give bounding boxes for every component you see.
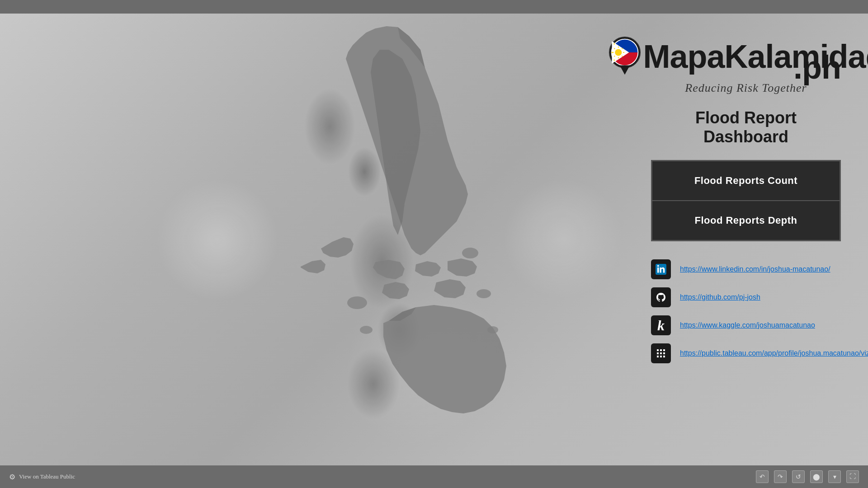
- svg-rect-28: [657, 356, 659, 357]
- svg-point-3: [360, 326, 373, 334]
- svg-rect-30: [663, 356, 665, 357]
- nav-buttons: Flood Reports Count Flood Reports Depth: [651, 160, 841, 241]
- brand-domain: .ph: [793, 49, 841, 86]
- tableau-icon: [651, 343, 671, 363]
- svg-rect-23: [660, 349, 662, 351]
- svg-text:★: ★: [613, 42, 616, 45]
- github-item: https://github.com/pj-josh: [651, 287, 841, 307]
- more-button[interactable]: ▾: [828, 470, 841, 483]
- flood-reports-depth-button[interactable]: Flood Reports Depth: [651, 201, 841, 241]
- svg-text:★: ★: [613, 59, 616, 61]
- reset-button[interactable]: ↺: [792, 470, 805, 483]
- undo-button[interactable]: ↶: [756, 470, 769, 483]
- brand-logo: ★ ★ ★: [607, 36, 643, 77]
- bottom-bar: ⚙ View on Tableau Public ↶ ↷ ↺ ⬤ ▾ ⛶: [0, 465, 868, 488]
- svg-rect-26: [660, 352, 662, 354]
- svg-rect-25: [657, 352, 659, 354]
- main-content: ★ ★ ★ MapaKalamidad Reducing Risk Togeth…: [0, 14, 868, 465]
- social-links: https://www.linkedin.com/in/joshua-macat…: [651, 259, 841, 363]
- linkedin-item: https://www.linkedin.com/in/joshua-macat…: [651, 259, 841, 279]
- svg-point-7: [615, 49, 622, 56]
- fullscreen-button[interactable]: ⛶: [846, 470, 859, 483]
- svg-point-1: [347, 296, 367, 309]
- svg-point-4: [487, 326, 498, 333]
- tableau-item: https://public.tableau.com/app/profile/j…: [651, 343, 841, 363]
- linkedin-icon: [651, 259, 671, 279]
- redo-button[interactable]: ↷: [774, 470, 787, 483]
- svg-rect-24: [663, 349, 665, 351]
- tableau-public-label: ⚙ View on Tableau Public: [9, 473, 75, 481]
- tableau-link[interactable]: https://public.tableau.com/app/profile/j…: [680, 349, 868, 357]
- kaggle-item: k https://www.kaggle.com/joshuamacatunao: [651, 315, 841, 335]
- linkedin-link[interactable]: https://www.linkedin.com/in/joshua-macat…: [680, 265, 830, 273]
- svg-rect-27: [663, 352, 665, 354]
- dashboard-title: Flood Report Dashboard: [651, 108, 841, 146]
- brand-subtitle: Reducing Risk Together: [685, 81, 807, 95]
- svg-rect-29: [660, 356, 662, 357]
- github-icon: [651, 287, 671, 307]
- svg-text:★: ★: [611, 51, 613, 54]
- svg-point-0: [462, 248, 478, 258]
- share-button[interactable]: ⬤: [810, 470, 823, 483]
- flood-reports-count-button[interactable]: Flood Reports Count: [651, 160, 841, 201]
- view-on-tableau-text[interactable]: View on Tableau Public: [19, 473, 75, 480]
- svg-point-2: [476, 289, 491, 298]
- gear-icon: ⚙: [9, 473, 15, 481]
- svg-rect-22: [657, 349, 659, 351]
- github-link[interactable]: https://github.com/pj-josh: [680, 293, 760, 301]
- top-bar: [0, 0, 868, 14]
- kaggle-icon: k: [651, 315, 671, 335]
- bottom-controls: ↶ ↷ ↺ ⬤ ▾ ⛶: [756, 470, 859, 483]
- kaggle-link[interactable]: https://www.kaggle.com/joshuamacatunao: [680, 321, 815, 329]
